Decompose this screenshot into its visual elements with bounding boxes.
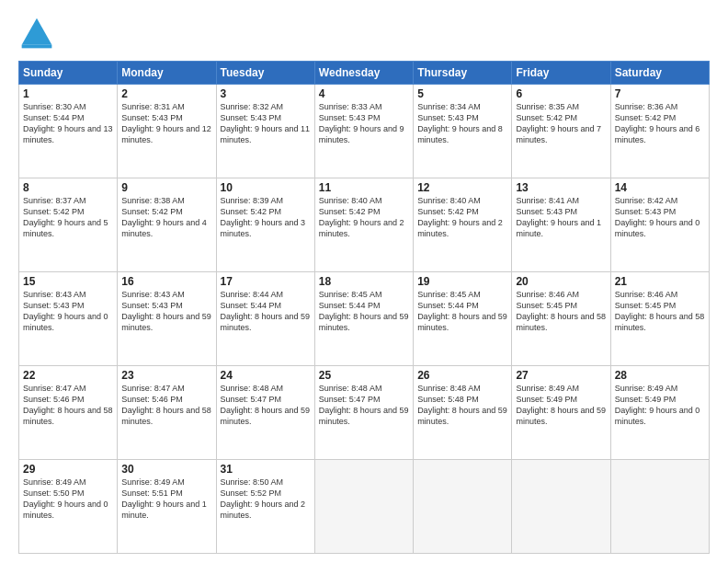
day-number: 22 xyxy=(23,369,113,382)
day-number: 5 xyxy=(417,87,507,100)
day-number: 14 xyxy=(615,181,705,194)
day-info: Sunrise: 8:50 AMSunset: 5:52 PMDaylight:… xyxy=(221,477,311,522)
calendar-cell: 2Sunrise: 8:31 AMSunset: 5:43 PMDaylight… xyxy=(118,85,216,178)
day-number: 27 xyxy=(516,369,606,382)
day-number: 7 xyxy=(615,87,705,100)
col-header-thursday: Thursday xyxy=(414,62,512,85)
day-info: Sunrise: 8:31 AMSunset: 5:43 PMDaylight:… xyxy=(121,101,211,146)
day-info: Sunrise: 8:46 AMSunset: 5:45 PMDaylight:… xyxy=(615,289,705,334)
day-number: 8 xyxy=(23,181,113,194)
day-number: 26 xyxy=(417,369,507,382)
calendar-cell: 9Sunrise: 8:38 AMSunset: 5:42 PMDaylight… xyxy=(118,178,216,272)
day-info: Sunrise: 8:42 AMSunset: 5:43 PMDaylight:… xyxy=(615,195,705,240)
day-number: 11 xyxy=(319,181,409,194)
day-number: 29 xyxy=(23,463,113,476)
calendar-cell: 1Sunrise: 8:30 AMSunset: 5:44 PMDaylight… xyxy=(19,85,118,178)
calendar-header-row: SundayMondayTuesdayWednesdayThursdayFrid… xyxy=(19,62,710,85)
calendar-week-row: 8Sunrise: 8:37 AMSunset: 5:42 PMDaylight… xyxy=(19,178,710,272)
calendar-cell: 27Sunrise: 8:49 AMSunset: 5:49 PMDayligh… xyxy=(512,366,610,460)
day-number: 9 xyxy=(121,181,211,194)
col-header-wednesday: Wednesday xyxy=(314,62,413,85)
col-header-friday: Friday xyxy=(512,62,610,85)
day-info: Sunrise: 8:35 AMSunset: 5:42 PMDaylight:… xyxy=(516,101,606,146)
day-number: 12 xyxy=(417,181,507,194)
calendar-cell: 12Sunrise: 8:40 AMSunset: 5:42 PMDayligh… xyxy=(414,178,512,272)
day-number: 18 xyxy=(319,275,409,288)
col-header-saturday: Saturday xyxy=(610,62,709,85)
day-number: 28 xyxy=(615,369,705,382)
day-number: 20 xyxy=(516,275,606,288)
day-info: Sunrise: 8:38 AMSunset: 5:42 PMDaylight:… xyxy=(121,195,211,240)
day-number: 30 xyxy=(121,463,211,476)
calendar-week-row: 29Sunrise: 8:49 AMSunset: 5:50 PMDayligh… xyxy=(19,460,710,554)
day-info: Sunrise: 8:32 AMSunset: 5:43 PMDaylight:… xyxy=(221,101,311,146)
day-info: Sunrise: 8:40 AMSunset: 5:42 PMDaylight:… xyxy=(319,195,409,240)
logo xyxy=(18,15,59,52)
day-number: 25 xyxy=(319,369,409,382)
day-info: Sunrise: 8:34 AMSunset: 5:43 PMDaylight:… xyxy=(417,101,507,146)
calendar-cell: 14Sunrise: 8:42 AMSunset: 5:43 PMDayligh… xyxy=(610,178,709,272)
calendar-cell: 28Sunrise: 8:49 AMSunset: 5:49 PMDayligh… xyxy=(610,366,709,460)
day-number: 10 xyxy=(221,181,311,194)
day-info: Sunrise: 8:48 AMSunset: 5:47 PMDaylight:… xyxy=(221,383,311,428)
day-info: Sunrise: 8:43 AMSunset: 5:43 PMDaylight:… xyxy=(121,289,211,334)
day-number: 13 xyxy=(516,181,606,194)
day-info: Sunrise: 8:49 AMSunset: 5:51 PMDaylight:… xyxy=(121,477,211,522)
page: SundayMondayTuesdayWednesdayThursdayFrid… xyxy=(0,0,728,563)
calendar-cell: 30Sunrise: 8:49 AMSunset: 5:51 PMDayligh… xyxy=(118,460,216,554)
calendar-cell: 17Sunrise: 8:44 AMSunset: 5:44 PMDayligh… xyxy=(216,272,314,366)
logo-icon xyxy=(18,15,55,52)
day-number: 4 xyxy=(319,87,409,100)
day-info: Sunrise: 8:46 AMSunset: 5:45 PMDaylight:… xyxy=(516,289,606,334)
svg-rect-1 xyxy=(22,45,52,49)
day-info: Sunrise: 8:39 AMSunset: 5:42 PMDaylight:… xyxy=(221,195,311,240)
day-info: Sunrise: 8:49 AMSunset: 5:49 PMDaylight:… xyxy=(516,383,606,428)
day-info: Sunrise: 8:45 AMSunset: 5:44 PMDaylight:… xyxy=(417,289,507,334)
day-info: Sunrise: 8:45 AMSunset: 5:44 PMDaylight:… xyxy=(319,289,409,334)
day-info: Sunrise: 8:36 AMSunset: 5:42 PMDaylight:… xyxy=(615,101,705,146)
calendar-cell: 20Sunrise: 8:46 AMSunset: 5:45 PMDayligh… xyxy=(512,272,610,366)
day-number: 3 xyxy=(221,87,311,100)
calendar-cell: 23Sunrise: 8:47 AMSunset: 5:46 PMDayligh… xyxy=(118,366,216,460)
calendar-week-row: 15Sunrise: 8:43 AMSunset: 5:43 PMDayligh… xyxy=(19,272,710,366)
calendar-cell: 19Sunrise: 8:45 AMSunset: 5:44 PMDayligh… xyxy=(414,272,512,366)
calendar-cell: 8Sunrise: 8:37 AMSunset: 5:42 PMDaylight… xyxy=(19,178,118,272)
calendar-cell: 10Sunrise: 8:39 AMSunset: 5:42 PMDayligh… xyxy=(216,178,314,272)
header xyxy=(18,15,710,52)
calendar-cell: 4Sunrise: 8:33 AMSunset: 5:43 PMDaylight… xyxy=(314,85,413,178)
calendar-cell: 3Sunrise: 8:32 AMSunset: 5:43 PMDaylight… xyxy=(216,85,314,178)
calendar-cell: 13Sunrise: 8:41 AMSunset: 5:43 PMDayligh… xyxy=(512,178,610,272)
calendar-cell: 15Sunrise: 8:43 AMSunset: 5:43 PMDayligh… xyxy=(19,272,118,366)
day-number: 17 xyxy=(221,275,311,288)
calendar-cell: 26Sunrise: 8:48 AMSunset: 5:48 PMDayligh… xyxy=(414,366,512,460)
calendar-cell xyxy=(414,460,512,554)
calendar-cell xyxy=(314,460,413,554)
day-info: Sunrise: 8:40 AMSunset: 5:42 PMDaylight:… xyxy=(417,195,507,240)
calendar-cell: 11Sunrise: 8:40 AMSunset: 5:42 PMDayligh… xyxy=(314,178,413,272)
calendar-cell: 5Sunrise: 8:34 AMSunset: 5:43 PMDaylight… xyxy=(414,85,512,178)
svg-marker-0 xyxy=(22,18,52,45)
day-number: 6 xyxy=(516,87,606,100)
day-number: 15 xyxy=(23,275,113,288)
calendar-week-row: 22Sunrise: 8:47 AMSunset: 5:46 PMDayligh… xyxy=(19,366,710,460)
calendar-cell: 22Sunrise: 8:47 AMSunset: 5:46 PMDayligh… xyxy=(19,366,118,460)
calendar-week-row: 1Sunrise: 8:30 AMSunset: 5:44 PMDaylight… xyxy=(19,85,710,178)
day-number: 24 xyxy=(221,369,311,382)
day-number: 2 xyxy=(121,87,211,100)
day-number: 23 xyxy=(121,369,211,382)
day-number: 1 xyxy=(23,87,113,100)
col-header-monday: Monday xyxy=(118,62,216,85)
calendar-cell: 18Sunrise: 8:45 AMSunset: 5:44 PMDayligh… xyxy=(314,272,413,366)
calendar-cell: 21Sunrise: 8:46 AMSunset: 5:45 PMDayligh… xyxy=(610,272,709,366)
day-info: Sunrise: 8:49 AMSunset: 5:50 PMDaylight:… xyxy=(23,477,113,522)
col-header-tuesday: Tuesday xyxy=(216,62,314,85)
calendar-cell: 24Sunrise: 8:48 AMSunset: 5:47 PMDayligh… xyxy=(216,366,314,460)
day-info: Sunrise: 8:47 AMSunset: 5:46 PMDaylight:… xyxy=(23,383,113,428)
calendar-cell: 29Sunrise: 8:49 AMSunset: 5:50 PMDayligh… xyxy=(19,460,118,554)
day-info: Sunrise: 8:47 AMSunset: 5:46 PMDaylight:… xyxy=(121,383,211,428)
day-number: 21 xyxy=(615,275,705,288)
calendar-cell: 7Sunrise: 8:36 AMSunset: 5:42 PMDaylight… xyxy=(610,85,709,178)
day-info: Sunrise: 8:33 AMSunset: 5:43 PMDaylight:… xyxy=(319,101,409,146)
calendar-cell: 16Sunrise: 8:43 AMSunset: 5:43 PMDayligh… xyxy=(118,272,216,366)
calendar-cell xyxy=(610,460,709,554)
